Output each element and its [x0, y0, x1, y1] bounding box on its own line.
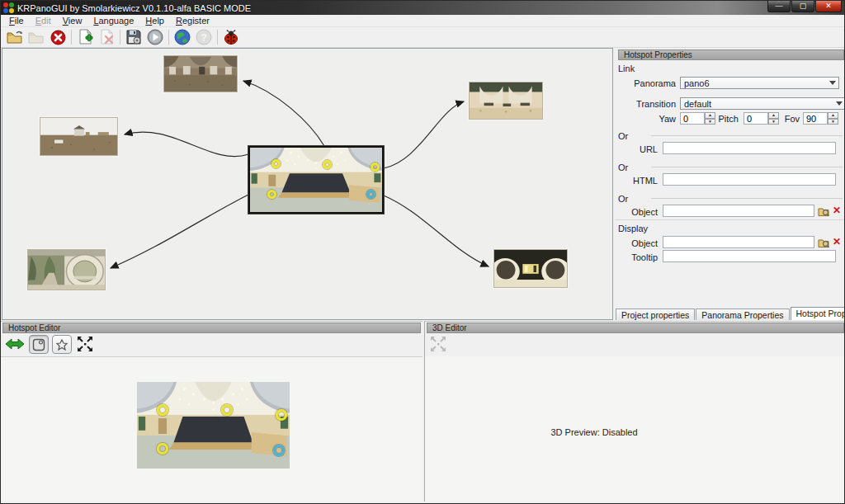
editor-3d-header: 3D Editor: [427, 323, 844, 333]
toolbar-separator: [217, 30, 218, 45]
clear-object-red-x-icon[interactable]: ✕: [831, 205, 843, 216]
url-label: URL: [618, 144, 658, 154]
tooltip-input[interactable]: [663, 250, 836, 262]
yaw-label: Yaw: [631, 114, 676, 124]
polygon-hotspot-tool-icon[interactable]: [52, 335, 72, 354]
editor-3d-panel: 3D Editor 3D Preview: Disabled: [424, 321, 845, 502]
hotspot-yellow[interactable]: [323, 160, 332, 169]
maximize-button[interactable]: ▢: [791, 1, 814, 12]
tab-panorama-properties[interactable]: Panorama Properties: [696, 309, 789, 320]
properties-panel-header: Hotspot Properties: [618, 49, 844, 60]
panorama-dropdown[interactable]: pano6: [680, 77, 839, 89]
pano-thumbnail-right-top[interactable]: [469, 82, 543, 120]
display-section-divider: [615, 219, 845, 220]
pano-thumbnail-bottom-left[interactable]: [27, 249, 106, 290]
display-object-label: Object: [618, 238, 658, 248]
close-project-red-x-icon[interactable]: [47, 28, 68, 46]
browse-object-folder-search-icon[interactable]: [818, 205, 829, 217]
pano-thumbnail-bottom-right[interactable]: [493, 249, 568, 288]
hotspot-yellow[interactable]: [371, 163, 380, 172]
fov-up-arrow-icon[interactable]: ▲: [828, 112, 838, 119]
toolbar-separator: [71, 30, 72, 45]
menu-register[interactable]: Register: [170, 15, 215, 26]
chevron-down-icon: [836, 101, 843, 106]
pano-image-lecture-hall-large: [137, 382, 290, 469]
pitch-input[interactable]: [744, 112, 768, 125]
pano-node-selected-lecture-hall[interactable]: [248, 146, 384, 214]
transition-dropdown-value: default: [684, 99, 711, 109]
menu-edit: Edit: [30, 15, 57, 26]
hotspot-blue[interactable]: [273, 445, 285, 456]
minimize-button[interactable]: —: [767, 1, 791, 12]
panorama-preview-image[interactable]: [137, 382, 290, 469]
fov-down-arrow-icon[interactable]: ▼: [828, 119, 838, 125]
or-separator-label: Or: [618, 163, 628, 172]
point-hotspot-tool-icon[interactable]: [29, 335, 49, 354]
pano-image-conservatory: [28, 250, 105, 290]
pano-image-outdoor-field: [40, 118, 117, 155]
open-project-folder-icon[interactable]: [4, 28, 26, 46]
hotspot-yellow[interactable]: [157, 443, 168, 455]
pano-image-cafe: [470, 82, 542, 119]
fov-label: Fov: [777, 114, 800, 124]
window-title: KRPanoGUI by Smolarkiewicz V0.1.10-alfa …: [17, 3, 251, 13]
add-panorama-page-plus-icon[interactable]: [74, 28, 96, 46]
pano-image-brown-room: [164, 56, 237, 92]
toolbar-separator: [168, 30, 169, 45]
fov-spinner[interactable]: ▲▼: [803, 112, 838, 125]
hotspot-yellow[interactable]: [221, 404, 233, 416]
fullscreen-expand-icon-disabled: [430, 336, 446, 354]
debug-ladybug-icon[interactable]: [220, 28, 242, 46]
display-section-label: Display: [618, 224, 648, 233]
transition-label: Transition: [621, 99, 676, 109]
pano-thumbnail-top[interactable]: [163, 55, 238, 92]
menu-file[interactable]: File: [3, 15, 30, 26]
menu-language[interactable]: Language: [87, 15, 139, 26]
transition-dropdown[interactable]: default: [680, 97, 845, 110]
tour-graph-canvas[interactable]: [2, 48, 613, 320]
pitch-label: Pitch: [710, 114, 739, 124]
hotspot-editor-header: Hotspot Editor: [2, 323, 421, 333]
web-globe-icon[interactable]: [172, 28, 193, 46]
display-object-input[interactable]: [663, 236, 814, 248]
tab-project-properties[interactable]: Project properties: [616, 309, 695, 320]
yaw-input[interactable]: [680, 112, 705, 125]
link-section-label: Link: [618, 64, 635, 73]
chevron-down-icon: [829, 81, 836, 85]
3d-preview-status-text: 3D Preview: Disabled: [425, 427, 763, 437]
tab-hotspot-properties[interactable]: Hotspot Properties: [791, 307, 845, 320]
swap-arrows-icon[interactable]: [6, 337, 24, 352]
pitch-spinner[interactable]: ▲▼: [744, 112, 779, 125]
preview-play-icon[interactable]: [144, 28, 166, 46]
html-input[interactable]: [663, 173, 836, 186]
hotspot-editor-panel: Hotspot Editor: [1, 321, 422, 502]
properties-tab-bar: Project properties Panorama Properties H…: [616, 306, 845, 320]
app-logo-icon: [3, 2, 14, 13]
pano-thumbnail-left[interactable]: [40, 117, 118, 156]
help-question-icon: ?: [193, 28, 215, 46]
object-input[interactable]: [663, 205, 814, 217]
browse-display-object-folder-search-icon[interactable]: [818, 237, 829, 248]
separator-line: [651, 198, 843, 199]
hotspot-yellow[interactable]: [276, 409, 287, 421]
separator-line: [651, 135, 843, 136]
editor-3d-viewport: 3D Preview: Disabled: [425, 356, 845, 502]
fov-input[interactable]: [803, 112, 828, 125]
object-label: Object: [618, 207, 658, 217]
hotspot-editor-viewport[interactable]: [1, 356, 422, 502]
or-separator-label: Or: [618, 131, 628, 141]
panorama-dropdown-value: pano6: [684, 78, 710, 88]
hotspot-editor-toolbar: [1, 333, 422, 356]
title-bar[interactable]: KRPanoGUI by Smolarkiewicz V0.1.10-alfa …: [1, 1, 844, 15]
menu-view[interactable]: View: [57, 15, 88, 26]
hotspot-yellow[interactable]: [271, 159, 281, 168]
pano-image-night-hall: [494, 250, 567, 287]
pano-image-lecture-hall: [250, 148, 382, 212]
clear-display-object-red-x-icon[interactable]: ✕: [831, 236, 843, 247]
export-save-gear-icon[interactable]: [123, 28, 144, 46]
close-button[interactable]: ✕: [815, 1, 842, 12]
menu-help[interactable]: Help: [139, 15, 170, 26]
editor-3d-toolbar: [425, 333, 845, 356]
url-input[interactable]: [663, 142, 836, 154]
fullscreen-expand-icon[interactable]: [77, 336, 93, 354]
